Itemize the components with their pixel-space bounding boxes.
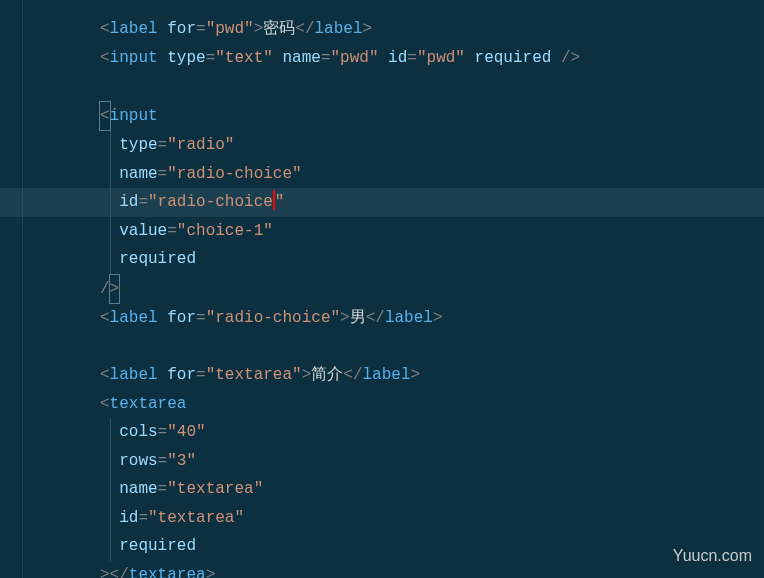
token-attr: name: [282, 49, 320, 67]
token-attr: for: [167, 309, 196, 327]
token-tag: input: [110, 107, 158, 125]
token-bracket: </: [343, 366, 362, 384]
token-bracket: >: [110, 280, 120, 298]
code-line[interactable]: id="radio-choice": [0, 188, 764, 217]
token-bracket: =: [158, 165, 168, 183]
token-attr: required: [119, 250, 196, 268]
token-value: "text": [215, 49, 273, 67]
token-value: "pwd": [330, 49, 378, 67]
token-value: "radio-choice": [206, 309, 340, 327]
code-line[interactable]: type="radio": [0, 131, 764, 160]
indent-guide: [110, 245, 111, 274]
token-bracket: <: [100, 395, 110, 413]
token-bracket: <: [100, 309, 110, 327]
code-line[interactable]: [0, 333, 764, 362]
token-plain: [158, 20, 168, 38]
token-attr: type: [167, 49, 205, 67]
bracket-match-highlight: >: [109, 274, 121, 305]
token-value: "pwd": [206, 20, 254, 38]
code-line[interactable]: value="choice-1": [0, 217, 764, 246]
code-editor[interactable]: <label for="pwd">密码</label><input type="…: [0, 0, 764, 578]
token-value: "pwd": [417, 49, 465, 67]
token-value: "radio-choice": [167, 165, 301, 183]
token-bracket: =: [196, 366, 206, 384]
code-line[interactable]: [0, 72, 764, 101]
token-value: "textarea": [206, 366, 302, 384]
token-bracket: >: [254, 20, 264, 38]
code-line[interactable]: <input type="text" name="pwd" id="pwd" r…: [0, 44, 764, 73]
code-line[interactable]: required: [0, 532, 764, 561]
token-attr: required: [119, 537, 196, 555]
indent-guide: [110, 532, 111, 561]
token-value: "textarea": [148, 509, 244, 527]
token-bracket: >: [340, 309, 350, 327]
token-bracket: <: [100, 49, 110, 67]
indent-guide: [110, 188, 111, 217]
token-attr: value: [119, 222, 167, 240]
token-attr: id: [388, 49, 407, 67]
token-value: "textarea": [167, 480, 263, 498]
token-bracket: =: [206, 49, 216, 67]
token-bracket: </: [295, 20, 314, 38]
token-attr: rows: [119, 452, 157, 470]
token-plain: [465, 49, 475, 67]
token-attr: for: [167, 366, 196, 384]
token-bracket: =: [158, 136, 168, 154]
token-attr: type: [119, 136, 157, 154]
token-bracket: >: [433, 309, 443, 327]
token-plain: [158, 309, 168, 327]
token-plain: [379, 49, 389, 67]
code-line[interactable]: required: [0, 245, 764, 274]
token-value: "40": [167, 423, 205, 441]
token-bracket: ></: [100, 566, 129, 579]
token-attr: name: [119, 165, 157, 183]
token-bracket: =: [138, 509, 148, 527]
code-line[interactable]: cols="40": [0, 418, 764, 447]
token-bracket: =: [158, 480, 168, 498]
indent-guide: [110, 504, 111, 533]
token-bracket: =: [138, 193, 148, 211]
token-bracket: >: [411, 366, 421, 384]
token-bracket: =: [158, 452, 168, 470]
indent-guide: [110, 217, 111, 246]
token-bracket: >: [363, 20, 373, 38]
code-line[interactable]: rows="3": [0, 447, 764, 476]
token-bracket: />: [561, 49, 580, 67]
token-bracket: =: [407, 49, 417, 67]
code-line[interactable]: name="radio-choice": [0, 160, 764, 189]
token-tag: label: [110, 366, 158, 384]
code-line[interactable]: id="textarea": [0, 504, 764, 533]
token-value: "radio": [167, 136, 234, 154]
indent-guide: [110, 475, 111, 504]
indent-guide: [110, 418, 111, 447]
token-tag: label: [110, 309, 158, 327]
token-content: 男: [350, 309, 366, 327]
token-bracket: =: [167, 222, 177, 240]
token-attr: required: [475, 49, 552, 67]
code-line[interactable]: <input: [0, 101, 764, 132]
code-line[interactable]: <label for="radio-choice">男</label>: [0, 304, 764, 333]
token-plain: [551, 49, 561, 67]
code-line[interactable]: <textarea: [0, 390, 764, 419]
token-plain: [158, 366, 168, 384]
token-bracket: </: [366, 309, 385, 327]
token-attr: cols: [119, 423, 157, 441]
token-attr: id: [119, 509, 138, 527]
code-line[interactable]: name="textarea": [0, 475, 764, 504]
token-bracket: >: [302, 366, 312, 384]
token-bracket: <: [100, 20, 110, 38]
code-line[interactable]: <label for="pwd">密码</label>: [0, 15, 764, 44]
token-attr: for: [167, 20, 196, 38]
token-value: "3": [167, 452, 196, 470]
token-bracket: =: [196, 309, 206, 327]
code-line[interactable]: <label for="textarea">简介</label>: [0, 361, 764, 390]
token-tag: textarea: [129, 566, 206, 579]
token-tag: textarea: [110, 395, 187, 413]
token-content: 简介: [311, 366, 343, 384]
text-cursor: [273, 190, 275, 210]
token-bracket: <: [100, 107, 110, 125]
token-content: 密码: [263, 20, 295, 38]
code-line[interactable]: ></textarea>: [0, 561, 764, 579]
code-line[interactable]: />: [0, 274, 764, 305]
indent-guide: [110, 131, 111, 160]
